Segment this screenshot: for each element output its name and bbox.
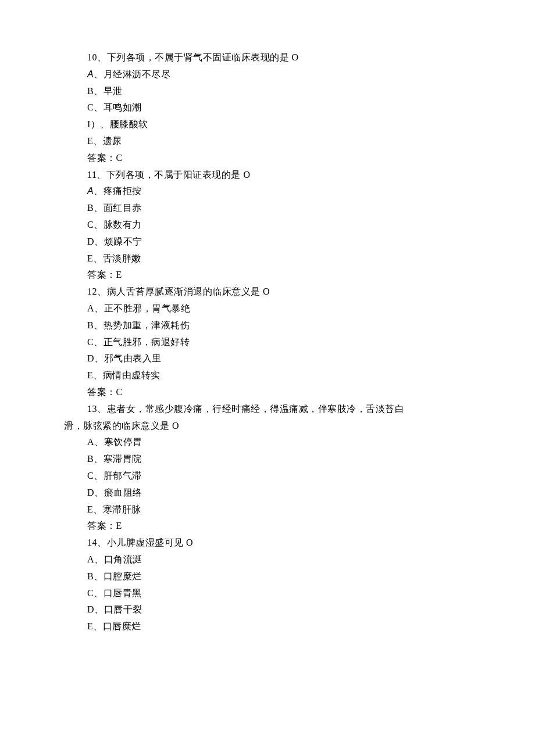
option-letter: E <box>87 621 93 631</box>
option-text: 、邪气由表入里 <box>94 353 162 363</box>
option-c: C、耳鸣如潮 <box>64 99 471 116</box>
option-letter: A <box>87 554 94 564</box>
question-number: 10 <box>87 52 97 62</box>
option-c: C、口唇青黑 <box>64 585 471 602</box>
option-text: 、寒滞胃院 <box>94 454 142 464</box>
option-b: B、寒滞胃院 <box>64 451 471 468</box>
question-number: 13 <box>87 404 97 414</box>
option-letter: C <box>87 588 94 598</box>
answer-text: 答案：C <box>87 153 123 163</box>
option-text: 、口唇青黑 <box>94 588 142 598</box>
question-text: 、患者女，常感少腹冷痛，行经时痛经，得温痛减，伴寒肢冷，舌淡苔白 <box>97 404 404 414</box>
option-text: 、烦躁不宁 <box>94 237 142 246</box>
option-c: C、肝郁气滞 <box>64 468 471 485</box>
option-b: B、面红目赤 <box>64 200 471 217</box>
question-stem: 11、下列各项，不属于阳证表现的是 O <box>64 167 471 184</box>
option-text: 、正不胜邪，胃气暴绝 <box>94 303 190 313</box>
question-text: 、下列各项，不属于肾气不固证临床表现的是 O <box>97 52 299 62</box>
option-a: A、口角流涎 <box>64 551 471 568</box>
document-page: 10、下列各项，不属于肾气不固证临床表现的是 O A、月经淋沥不尽尽 B、早泄 … <box>0 0 535 756</box>
question-stem-cont: 滑，脉弦紧的临床意义是 O <box>64 418 471 435</box>
option-a: A、月经淋沥不尽尽 <box>64 66 471 83</box>
answer-text: 答案：E <box>87 270 122 280</box>
question-stem: 14、小儿脾虚湿盛可见 O <box>64 535 471 551</box>
option-letter: C <box>87 220 94 230</box>
option-d: D、瘀血阻络 <box>64 485 471 501</box>
question-stem: 10、下列各项，不属于肾气不固证临床表现的是 O <box>64 49 471 66</box>
option-b: B、热势加重，津液耗伤 <box>64 317 471 334</box>
option-letter: D <box>87 353 94 363</box>
option-a: A、疼痛拒按 <box>64 183 471 200</box>
question-text: 、小儿脾虚湿盛可见 O <box>97 538 193 547</box>
option-text: 、腰膝酸软 <box>100 119 148 129</box>
option-text: 、遗尿 <box>93 136 122 146</box>
option-text: 、肝郁气滞 <box>94 471 142 481</box>
answer-line: 答案：C <box>64 150 471 167</box>
option-a: A、寒饮停胃 <box>64 434 471 451</box>
option-letter: E <box>87 136 93 146</box>
option-letter: A <box>87 186 94 196</box>
answer-line: 答案：E <box>64 267 471 284</box>
option-text: 、舌淡胖嫩 <box>93 253 141 263</box>
option-letter: B <box>87 86 94 96</box>
question-number: 12 <box>87 286 97 296</box>
option-letter: A <box>87 69 94 79</box>
option-c: C、正气胜邪，病退好转 <box>64 334 471 351</box>
option-e: E、寒滞肝脉 <box>64 501 471 518</box>
option-letter: D <box>87 237 94 246</box>
question-text-cont: 滑，脉弦紧的临床意义是 O <box>64 421 179 431</box>
option-text: 、面红目赤 <box>94 203 142 213</box>
option-text: 、寒饮停胃 <box>94 437 142 447</box>
option-e: E、舌淡胖嫩 <box>64 250 471 267</box>
option-letter: D <box>87 604 94 614</box>
option-letter: B <box>87 203 94 213</box>
question-text: 、病人舌苔厚腻逐渐消退的临床意义是 O <box>97 286 270 296</box>
option-letter: B <box>87 320 94 330</box>
option-letter: I） <box>87 119 100 129</box>
answer-line: 答案：E <box>64 518 471 535</box>
option-text: 、口唇糜烂 <box>93 621 141 631</box>
option-letter: B <box>87 454 94 464</box>
option-e: E、口唇糜烂 <box>64 618 471 635</box>
option-text: 、耳鸣如潮 <box>94 102 142 112</box>
question-stem: 13、患者女，常感少腹冷痛，行经时痛经，得温痛减，伴寒肢冷，舌淡苔白 <box>64 401 471 418</box>
option-text: 、口唇干裂 <box>94 604 142 614</box>
option-a: A、正不胜邪，胃气暴绝 <box>64 300 471 317</box>
option-letter: B <box>87 571 94 581</box>
option-letter: C <box>87 471 94 481</box>
option-d: I）、腰膝酸软 <box>64 116 471 133</box>
option-letter: C <box>87 102 94 112</box>
option-letter: A <box>87 437 94 447</box>
question-text: 、下列各项，不属于阳证表现的是 O <box>97 170 250 180</box>
option-letter: E <box>87 370 93 380</box>
question-number: 14 <box>87 538 97 547</box>
option-text: 、热势加重，津液耗伤 <box>94 320 190 330</box>
option-e: E、遗尿 <box>64 133 471 150</box>
question-stem: 12、病人舌苔厚腻逐渐消退的临床意义是 O <box>64 284 471 300</box>
question-number: 11 <box>87 170 97 180</box>
option-text: 、口角流涎 <box>94 554 142 564</box>
option-b: B、早泄 <box>64 83 471 100</box>
option-text: 、疼痛拒按 <box>94 186 142 196</box>
option-d: D、烦躁不宁 <box>64 234 471 250</box>
option-text: 、正气胜邪，病退好转 <box>94 337 190 347</box>
option-letter: A <box>87 303 94 313</box>
option-text: 、病情由虚转实 <box>93 370 160 380</box>
option-c: C、脉数有力 <box>64 217 471 234</box>
answer-line: 答案：C <box>64 384 471 401</box>
option-letter: D <box>87 488 94 497</box>
option-letter: C <box>87 337 94 347</box>
option-e: E、病情由虚转实 <box>64 367 471 384</box>
answer-text: 答案：C <box>87 387 123 397</box>
option-letter: E <box>87 504 93 514</box>
option-text: 、早泄 <box>94 86 123 96</box>
option-text: 、口腔糜烂 <box>94 571 142 581</box>
option-text: 、寒滞肝脉 <box>93 504 141 514</box>
option-b: B、口腔糜烂 <box>64 568 471 585</box>
option-text: 、脉数有力 <box>94 220 142 230</box>
option-letter: E <box>87 253 93 263</box>
option-d: D、邪气由表入里 <box>64 350 471 367</box>
option-text: 、瘀血阻络 <box>94 488 142 497</box>
option-text: 、月经淋沥不尽尽 <box>94 69 170 79</box>
answer-text: 答案：E <box>87 521 122 531</box>
